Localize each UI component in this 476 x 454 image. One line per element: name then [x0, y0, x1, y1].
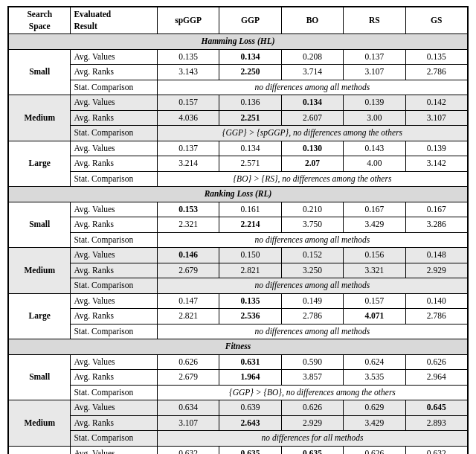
ggp-value: 2.250: [219, 65, 281, 80]
eval-label: Avg. Ranks: [71, 65, 158, 80]
ggp-value: 0.135: [219, 293, 281, 309]
rs-value: 3.429: [344, 217, 405, 233]
gs-value: 2.893: [405, 415, 467, 431]
search-space-cell: Small: [9, 354, 71, 400]
eval-label: Avg. Ranks: [71, 217, 158, 233]
ggp-value: 0.639: [219, 400, 281, 416]
rs-value: 4.071: [344, 309, 405, 324]
table-row: Stat. Comparisonno differences for all m…: [9, 431, 468, 447]
bo-value: 0.152: [281, 248, 343, 263]
stat-value: {GGP} > {spGGP}, no differences among th…: [157, 126, 467, 141]
search-space-cell: Medium: [9, 95, 71, 141]
table-row: Stat. Comparison{GGP} > {spGGP}, no diff…: [9, 126, 468, 141]
rs-value: 0.624: [344, 354, 405, 370]
ggp-value: 0.136: [219, 95, 281, 111]
table-row: Avg. Ranks3.1432.2503.7143.1072.786: [9, 65, 468, 80]
search-space-cell: Large: [9, 141, 71, 187]
rs-value: 4.00: [344, 156, 405, 172]
table-row: MediumAvg. Values0.6340.6390.6260.6290.6…: [9, 400, 468, 416]
rs-value: 0.626: [344, 446, 405, 454]
ggp-value: 0.635: [219, 446, 281, 454]
stat-label: Stat. Comparison: [71, 171, 158, 187]
rs-value: 3.535: [344, 370, 405, 386]
spggp-value: 0.147: [157, 293, 219, 309]
col-spggp: spGGP: [157, 7, 219, 34]
stat-value: no differences among all methods: [157, 324, 467, 339]
eval-label: Avg. Ranks: [71, 309, 158, 324]
spggp-value: 3.143: [157, 65, 219, 80]
eval-label: Avg. Ranks: [71, 415, 158, 431]
gs-value: 0.626: [405, 354, 467, 370]
table-row: Stat. Comparisonno differences among all…: [9, 324, 468, 339]
gs-value: 0.140: [405, 293, 467, 309]
table-row: SmallAvg. Values0.1530.1610.2100.1670.16…: [9, 202, 468, 217]
bo-value: 0.590: [281, 354, 343, 370]
stat-value: no differences among all methods: [157, 80, 467, 95]
bo-value: 3.250: [281, 263, 343, 278]
stat-value: no differences for all methods: [157, 431, 467, 447]
rs-value: 3.321: [344, 263, 405, 278]
bo-value: 2.929: [281, 415, 343, 431]
table-row: Avg. Ranks2.6791.9643.8573.5352.964: [9, 370, 468, 386]
bo-value: 0.149: [281, 293, 343, 309]
bo-value: 0.210: [281, 202, 343, 217]
stat-label: Stat. Comparison: [71, 431, 158, 447]
rs-value: 0.167: [344, 202, 405, 217]
spggp-value: 4.036: [157, 110, 219, 126]
eval-label: Avg. Values: [71, 49, 158, 65]
table-row: Stat. Comparisonno differences among all…: [9, 278, 468, 294]
eval-label: Avg. Ranks: [71, 110, 158, 126]
eval-label: Avg. Ranks: [71, 156, 158, 172]
rs-value: 0.143: [344, 141, 405, 156]
gs-value: 2.786: [405, 65, 467, 80]
spggp-value: 2.821: [157, 309, 219, 324]
table-row: SmallAvg. Values0.6260.6310.5900.6240.62…: [9, 354, 468, 370]
search-space-cell: Large: [9, 293, 71, 339]
ggp-value: 0.631: [219, 354, 281, 370]
stat-label: Stat. Comparison: [71, 278, 158, 294]
search-space-cell: Small: [9, 202, 71, 248]
eval-label: Avg. Values: [71, 293, 158, 309]
section-header-0: Hamming Loss (HL): [9, 34, 468, 50]
spggp-value: 0.632: [157, 446, 219, 454]
eval-label: Avg. Ranks: [71, 263, 158, 278]
eval-label: Avg. Values: [71, 141, 158, 156]
table-row: Stat. Comparisonno differences among all…: [9, 80, 468, 95]
ggp-value: 2.571: [219, 156, 281, 172]
gs-value: 3.142: [405, 156, 467, 172]
spggp-value: 0.146: [157, 248, 219, 263]
spggp-value: 2.321: [157, 217, 219, 233]
spggp-value: 0.157: [157, 95, 219, 111]
stat-label: Stat. Comparison: [71, 385, 158, 400]
bo-value: 0.635: [281, 446, 343, 454]
spggp-value: 0.153: [157, 202, 219, 217]
table-row: SmallAvg. Values0.1350.1340.2080.1370.13…: [9, 49, 468, 65]
table-header-row: SearchSpace EvaluatedResult spGGP GGP BO…: [9, 7, 468, 34]
table-row: Avg. Ranks3.2142.5712.074.003.142: [9, 156, 468, 172]
rs-value: 3.00: [344, 110, 405, 126]
rs-value: 0.156: [344, 248, 405, 263]
bo-value: 0.130: [281, 141, 343, 156]
stat-label: Stat. Comparison: [71, 80, 158, 95]
table-row: LargeAvg. Values0.6320.6350.6350.6260.63…: [9, 446, 468, 454]
table-row: Avg. Ranks2.3212.2143.7503.4293.286: [9, 217, 468, 233]
gs-value: 3.107: [405, 110, 467, 126]
stat-value: {GGP} > {BO}, no differences among the o…: [157, 385, 467, 400]
table-row: Stat. Comparisonno differences among all…: [9, 232, 468, 248]
bo-value: 0.134: [281, 95, 343, 111]
ggp-value: 0.150: [219, 248, 281, 263]
eval-label: Avg. Values: [71, 95, 158, 111]
rs-value: 0.137: [344, 49, 405, 65]
bo-value: 0.626: [281, 400, 343, 416]
section-header-2: Fitness: [9, 339, 468, 355]
search-space-cell: Small: [9, 49, 71, 95]
table-row: Stat. Comparison{GGP} > {BO}, no differe…: [9, 385, 468, 400]
rs-value: 3.429: [344, 415, 405, 431]
eval-label: Avg. Values: [71, 248, 158, 263]
col-evaluated-result: EvaluatedResult: [71, 7, 158, 34]
search-space-cell: Medium: [9, 248, 71, 294]
table-row: Avg. Ranks3.1072.6432.9293.4292.893: [9, 415, 468, 431]
spggp-value: 3.107: [157, 415, 219, 431]
gs-value: 2.964: [405, 370, 467, 386]
rs-value: 3.107: [344, 65, 405, 80]
